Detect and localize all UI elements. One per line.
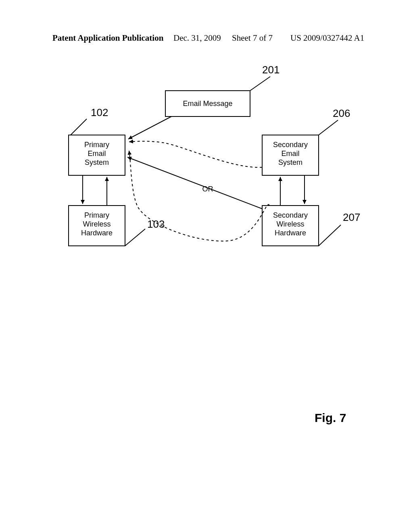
label-primary-hw-l2: Wireless <box>83 220 111 228</box>
refline-207 <box>319 225 341 246</box>
label-primary-email-l1: Primary <box>84 141 109 149</box>
label-primary-email-l2: Email <box>88 150 106 158</box>
diagram-svg: Email Message Primary Email System Secon… <box>0 0 413 532</box>
refline-201 <box>250 77 270 91</box>
dashed-secondary-email-to-primary <box>129 141 262 167</box>
ref-207: 207 <box>343 211 360 223</box>
ref-206: 206 <box>333 107 350 119</box>
label-secondary-hw-l1: Secondary <box>273 211 308 219</box>
arrow-msg-to-primary-email <box>128 116 171 139</box>
label-secondary-hw-l2: Wireless <box>276 220 304 228</box>
refline-103 <box>125 229 145 246</box>
refline-102 <box>71 119 87 135</box>
label-primary-email-l3: System <box>85 158 109 166</box>
label-email-message: Email Message <box>183 100 232 108</box>
label-secondary-hw-l3: Hardware <box>275 229 306 237</box>
label-secondary-email-l1: Secondary <box>273 141 308 149</box>
label-primary-hw-l1: Primary <box>84 211 109 219</box>
ref-102: 102 <box>91 106 108 118</box>
figure-label: Fig. 7 <box>315 411 346 425</box>
label-secondary-email-l3: System <box>278 158 302 166</box>
label-primary-hw-l3: Hardware <box>81 229 113 237</box>
label-secondary-email-l2: Email <box>281 150 299 158</box>
ref-201: 201 <box>262 64 280 76</box>
refline-206 <box>319 120 338 135</box>
arrow-secondary-hw-to-primary-email <box>127 157 262 209</box>
ref-103: 103 <box>147 218 165 230</box>
